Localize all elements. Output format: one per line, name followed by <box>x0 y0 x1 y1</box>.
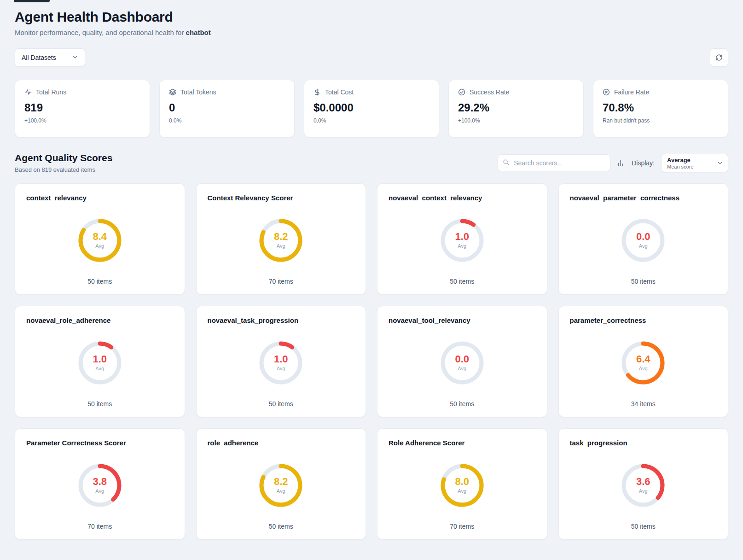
stat-value: 70.8% <box>603 101 719 114</box>
avg-label: Avg <box>95 243 104 249</box>
layers-icon <box>169 88 176 96</box>
stat-delta: 0.0% <box>313 117 430 124</box>
scorer-name: novaeval_context_relevancy <box>389 194 536 202</box>
scorer-name: Parameter Correctness Scorer <box>26 439 174 447</box>
quality-tools: Display: Average Mean score <box>498 154 728 172</box>
quality-heading: Agent Quality Scores <box>15 152 112 163</box>
refresh-icon <box>715 54 723 61</box>
subtitle-target: chatbot <box>186 29 211 36</box>
score-value: 8.4 <box>93 232 107 242</box>
stat-card: Failure Rate 70.8% Ran but didn't pass <box>593 80 728 138</box>
scorer-card[interactable]: novaeval_task_progression 1.0 Avg 50 ite… <box>196 306 366 417</box>
stat-value: $0.0000 <box>313 101 430 114</box>
display-mode-select[interactable]: Average Mean score <box>661 154 728 172</box>
score-donut: 1.0 Avg <box>77 340 123 386</box>
controls-row: All Datasets <box>15 48 728 67</box>
stat-value: 819 <box>24 101 140 114</box>
score-donut: 3.8 Avg <box>77 462 123 508</box>
items-count: 50 items <box>26 278 174 285</box>
score-value: 0.0 <box>636 232 650 242</box>
scorer-name: novaeval_role_adherence <box>26 316 174 324</box>
bar-chart-icon <box>617 159 624 167</box>
scorer-card[interactable]: task_progression 3.6 Avg 50 items <box>558 428 729 540</box>
score-value: 6.4 <box>636 354 650 364</box>
score-value: 3.8 <box>93 477 107 487</box>
quality-header: Agent Quality Scores Based on 819 evalua… <box>15 152 728 173</box>
scorer-card[interactable]: novaeval_parameter_correctness 0.0 Avg 5… <box>558 183 729 295</box>
scorer-card[interactable]: role_adherence 8.2 Avg 50 items <box>196 428 366 540</box>
scorer-name: Role Adherence Scorer <box>389 439 536 447</box>
stat-label: Failure Rate <box>614 88 649 96</box>
stat-value: 29.2% <box>458 101 574 114</box>
avg-label: Avg <box>639 243 648 249</box>
items-count: 70 items <box>389 523 536 530</box>
items-count: 50 items <box>389 400 536 408</box>
scorer-card[interactable]: parameter_correctness 6.4 Avg 34 items <box>558 306 729 417</box>
subtitle-text: Monitor performance, quality, and operat… <box>15 29 186 36</box>
items-count: 50 items <box>208 400 355 408</box>
avg-label: Avg <box>458 488 466 494</box>
stat-delta: Ran but didn't pass <box>603 117 719 124</box>
stat-delta: +100.0% <box>458 117 574 124</box>
check-circle-icon <box>458 88 465 96</box>
avg-label: Avg <box>277 488 285 494</box>
dataset-filter-select[interactable]: All Datasets <box>15 48 85 67</box>
scorer-name: task_progression <box>570 439 717 447</box>
avg-label: Avg <box>277 366 285 371</box>
search-icon <box>503 159 510 166</box>
stat-label: Success Rate <box>470 88 509 96</box>
stats-row: Total Runs 819 +100.0% Total Tokens 0 0.… <box>15 80 728 138</box>
score-value: 1.0 <box>455 232 469 242</box>
scorer-search-input[interactable] <box>498 154 610 171</box>
avg-label: Avg <box>277 243 285 249</box>
refresh-button[interactable] <box>710 48 728 67</box>
items-count: 50 items <box>389 278 536 285</box>
score-donut: 1.0 Avg <box>439 217 485 263</box>
agent-health-dashboard: Agent Health Dashboard Monitor performan… <box>0 0 743 560</box>
activity-icon <box>24 88 32 96</box>
avg-label: Avg <box>639 366 648 371</box>
stat-label: Total Runs <box>36 88 66 96</box>
score-donut: 0.0 Avg <box>439 340 485 386</box>
scorer-card[interactable]: Context Relevancy Scorer 8.2 Avg 70 item… <box>196 183 366 295</box>
score-value: 0.0 <box>455 354 469 364</box>
stat-delta: +100.0% <box>24 117 140 124</box>
window-artifact <box>14 0 50 2</box>
items-count: 70 items <box>208 278 355 285</box>
score-donut: 0.0 Avg <box>620 217 666 263</box>
scorer-card[interactable]: context_relevancy 8.4 Avg 50 items <box>15 183 185 295</box>
score-donut: 8.2 Avg <box>258 217 304 263</box>
stat-card: Total Cost $0.0000 0.0% <box>304 80 439 138</box>
items-count: 70 items <box>26 523 174 530</box>
avg-label: Avg <box>458 366 466 371</box>
items-count: 50 items <box>208 523 355 530</box>
x-circle-icon <box>603 88 610 96</box>
scorer-card[interactable]: Parameter Correctness Scorer 3.8 Avg 70 … <box>15 428 185 540</box>
score-donut: 3.6 Avg <box>620 462 666 508</box>
page-title: Agent Health Dashboard <box>15 9 728 25</box>
score-value: 1.0 <box>93 354 107 364</box>
score-value: 3.6 <box>636 477 650 487</box>
display-label: Display: <box>632 159 655 167</box>
score-donut: 1.0 Avg <box>258 340 304 386</box>
dataset-filter-value: All Datasets <box>22 54 56 61</box>
scorer-name: parameter_correctness <box>570 316 717 324</box>
scorer-card[interactable]: novaeval_tool_relevancy 0.0 Avg 50 items <box>377 306 547 417</box>
scorer-name: role_adherence <box>208 439 355 447</box>
quality-subheading: Based on 819 evaluated items <box>15 166 112 173</box>
stat-card: Total Runs 819 +100.0% <box>15 80 150 138</box>
score-value: 1.0 <box>274 354 288 364</box>
scorer-card[interactable]: novaeval_role_adherence 1.0 Avg 50 items <box>15 306 185 417</box>
scorer-name: Context Relevancy Scorer <box>208 194 355 202</box>
avg-label: Avg <box>458 243 466 249</box>
display-mode-value: Average <box>667 157 714 163</box>
scorer-card[interactable]: Role Adherence Scorer 8.0 Avg 70 items <box>377 428 547 540</box>
page-subtitle: Monitor performance, quality, and operat… <box>15 29 728 36</box>
items-count: 34 items <box>570 400 717 408</box>
chevron-down-icon <box>717 160 724 167</box>
avg-label: Avg <box>95 366 104 371</box>
stat-card: Total Tokens 0 0.0% <box>159 80 295 138</box>
scorer-search <box>498 154 610 171</box>
scorer-card[interactable]: novaeval_context_relevancy 1.0 Avg 50 it… <box>377 183 547 295</box>
scorer-grid: context_relevancy 8.4 Avg 50 items Conte… <box>15 183 728 540</box>
